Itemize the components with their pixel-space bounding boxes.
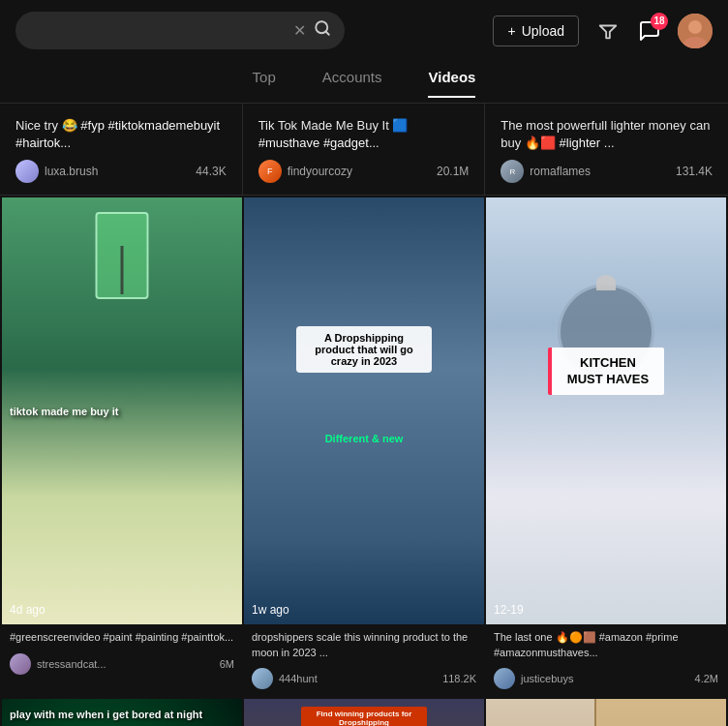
video-item-6: Tik tok made me buy it [486,699,726,726]
top-result-3[interactable]: The most powerfull lighter money can buy… [485,104,728,195]
video-card-4[interactable]: play with me when i get bored at night [2,699,242,726]
caption-row-3: justicebuys 4.2M [486,662,726,697]
tab-accounts[interactable]: Accounts [322,69,382,91]
search-clear-icon[interactable]: ✕ [293,21,306,40]
video-time-1: 4d ago [10,603,46,617]
caption-views-3: 4.2M [695,673,718,684]
result-avatar-3: R [500,160,524,183]
tab-videos[interactable]: Videos [428,69,475,91]
result-views-2: 20.1M [437,165,469,178]
video-item-4: play with me when i get bored at night [2,699,242,726]
header: #TikTokMadeMeBuyIt ✕ + Upload 18 [0,0,728,61]
result-username-3: romaflames [530,165,670,178]
result-avatar-2: F [258,160,282,183]
notification-button[interactable]: 18 [637,18,662,44]
search-input[interactable]: #TikTokMadeMeBuyIt [29,23,286,39]
result-meta-1: luxa.brush 44.3K [15,160,227,183]
top-result-1[interactable]: Nice try 😂 #fyp #tiktokmademebuyit #hair… [0,104,243,195]
tab-top[interactable]: Top [253,69,276,91]
video-caption-2: dropshippers scale this winning product … [244,624,484,662]
result-caption-3: The most powerfull lighter money can buy… [500,117,713,152]
video-overlay-box-2: A Dropshipping product that will go craz… [296,326,432,373]
result-meta-2: F findyourcozy 20.1M [258,160,470,183]
top-result-2[interactable]: Tik Tok Made Me Buy It 🟦 #musthave #gadg… [243,104,486,195]
svg-point-4 [688,20,702,34]
upload-plus-icon: + [507,23,515,39]
result-username-2: findyourcozy [288,165,431,178]
caption-username-2: 444hunt [279,673,437,684]
video-overlay-text-1: tiktok made me buy it [10,406,118,417]
caption-avatar-2 [252,668,273,689]
caption-views-1: 6M [220,658,234,670]
header-right: + Upload 18 [493,14,713,48]
video-grid: tiktok made me buy it 4d ago #greenscree… [0,196,728,726]
video-overlay-text-4: play with me when i get bored at night [10,709,234,720]
video-time-3: 12-19 [494,603,524,617]
video-item-3: KITCHENMUST HAVES 12-19 The last one 🔥🟠🟫… [486,197,726,697]
search-bar: #TikTokMadeMeBuyIt ✕ [15,12,345,49]
top-results: Nice try 😂 #fyp #tiktokmademebuyit #hair… [0,104,728,196]
video-caption-1: #greenscreenvideo #paint #painting #pain… [2,624,242,647]
result-meta-3: R romaflames 131.4K [500,160,713,183]
svg-line-1 [325,31,328,34]
video-card-3[interactable]: KITCHENMUST HAVES 12-19 [486,197,726,624]
caption-avatar-3 [494,668,515,689]
notification-badge: 18 [651,13,668,30]
caption-views-2: 118.2K [442,673,476,684]
video-card-6[interactable]: Tik tok made me buy it [486,699,726,726]
result-username-1: luxa.brush [45,165,190,178]
video-item-1: tiktok made me buy it 4d ago #greenscree… [2,197,242,697]
svg-marker-2 [600,25,617,38]
filter-icon[interactable] [594,17,622,45]
result-caption-2: Tik Tok Made Me Buy It 🟦 #musthave #gadg… [258,117,470,152]
search-icon[interactable] [314,19,331,42]
caption-row-2: 444hunt 118.2K [244,662,484,697]
video-card-5[interactable]: Find winning products forDropshipping Fi… [244,699,484,726]
tabs: Top Accounts Videos [0,61,728,104]
result-avatar-1 [15,160,39,183]
video-diff-text-2: Different & new [325,433,404,444]
video-item-5: Find winning products forDropshipping Fi… [244,699,484,726]
video-caption-3: The last one 🔥🟠🟫 #amazon #prime #amazonm… [486,624,726,662]
caption-row-1: stressandcat... 6M [2,648,242,682]
video-item-2: A Dropshipping product that will go craz… [244,197,484,697]
result-caption-1: Nice try 😂 #fyp #tiktokmademebuyit #hair… [15,117,227,152]
video-card-1[interactable]: tiktok made me buy it 4d ago [2,197,242,624]
caption-username-3: justicebuys [521,673,689,684]
caption-avatar-1 [10,653,31,675]
video-time-2: 1w ago [252,603,289,617]
upload-button[interactable]: + Upload [493,15,579,46]
video-banner-5: Find winning products forDropshipping [301,707,427,726]
caption-username-1: stressandcat... [37,658,214,670]
result-views-1: 44.3K [196,165,226,178]
video-label-box-3: KITCHENMUST HAVES [548,348,664,396]
upload-label: Upload [522,23,564,39]
avatar[interactable] [678,14,713,48]
result-views-3: 131.4K [676,165,713,178]
video-card-2[interactable]: A Dropshipping product that will go craz… [244,197,484,624]
